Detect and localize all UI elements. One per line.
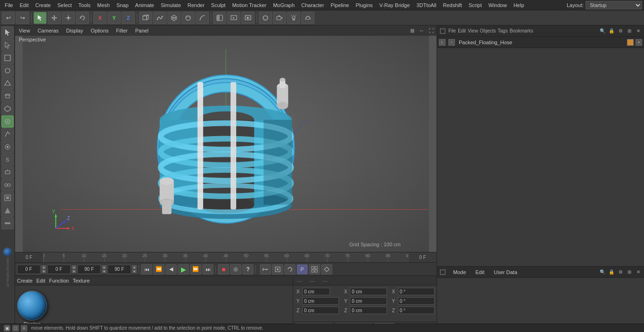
preview-end-up[interactable]: ▲ — [132, 265, 137, 269]
viewport[interactable]: View Cameras Display Options Filter Pane… — [15, 25, 437, 252]
menu-vray[interactable]: V-Ray Bridge — [377, 1, 413, 9]
left-tool-1[interactable] — [1, 26, 14, 39]
render-button[interactable] — [241, 12, 255, 24]
grid-button[interactable] — [309, 264, 320, 275]
select-tool-button[interactable] — [33, 12, 47, 24]
move-tool-button[interactable] — [48, 12, 61, 24]
transform-button[interactable] — [272, 264, 283, 275]
sweep-button[interactable] — [182, 12, 195, 24]
menu-create[interactable]: Create — [33, 1, 54, 9]
material-item[interactable]: Floating — [17, 291, 47, 327]
material-function-menu[interactable]: Function — [49, 278, 69, 283]
menu-redshift[interactable]: Redshift — [440, 1, 465, 9]
motion-button[interactable]: ◎ — [230, 264, 241, 275]
deformer-button[interactable] — [301, 12, 314, 24]
menu-character[interactable]: Character — [298, 1, 327, 9]
object-more-button[interactable]: • — [636, 39, 642, 46]
material-button[interactable] — [259, 12, 272, 24]
menu-motion-tracker[interactable]: Motion Tracker — [229, 1, 269, 9]
z-axis-button[interactable]: Z — [122, 12, 135, 24]
render-pv-button[interactable]: P — [297, 264, 308, 275]
keyframe-button[interactable] — [321, 264, 332, 275]
material-edit-menu[interactable]: Edit — [36, 278, 45, 283]
left-tool-12[interactable] — [1, 166, 14, 178]
left-tool-11[interactable]: S — [1, 154, 14, 166]
rot-z-field[interactable]: 0 ° — [398, 307, 435, 314]
left-tool-5[interactable] — [1, 77, 14, 89]
left-tool-2[interactable] — [1, 39, 14, 51]
frame-end-up[interactable]: ▲ — [102, 265, 107, 269]
menu-snap[interactable]: Snap — [114, 1, 132, 9]
timeline-ruler[interactable]: 051015202530354045505560657075808590 — [43, 252, 408, 262]
frame-start-up[interactable]: ▲ — [72, 265, 76, 269]
left-tool-4[interactable] — [1, 65, 14, 77]
left-tool-15[interactable] — [1, 204, 14, 217]
menu-3dtoall[interactable]: 3DTtoAll — [413, 1, 439, 9]
current-frame-field[interactable]: 0 F — [17, 265, 41, 274]
edit-menu-right[interactable]: Edit — [458, 28, 466, 33]
menu-help[interactable]: Help — [511, 1, 527, 9]
size-y-field[interactable]: 0 cm — [350, 297, 387, 305]
viewport-icon-link[interactable]: ↔ — [418, 27, 425, 34]
size-z-field[interactable]: 0 cm — [350, 307, 387, 314]
spline-button[interactable] — [196, 12, 209, 24]
undo-button[interactable]: ↩ — [2, 12, 15, 24]
search-icon[interactable]: 🔍 — [599, 27, 606, 35]
menu-sculpt[interactable]: Sculpt — [208, 1, 229, 9]
menu-simulate[interactable]: Simulate — [158, 1, 184, 9]
frame-up-arrow[interactable]: ▲ — [41, 265, 46, 269]
menu-file[interactable]: File — [2, 1, 16, 9]
pos-z-field[interactable]: 0 cm — [302, 307, 339, 314]
viewport-menu-cameras[interactable]: Cameras — [36, 27, 61, 34]
tags-menu-right[interactable]: Tags — [498, 28, 508, 33]
preview-end-down[interactable]: ▼ — [132, 269, 137, 273]
rot-y-field[interactable]: 0 ° — [398, 297, 435, 305]
status-icon-3[interactable]: × — [21, 325, 27, 332]
x-axis-button[interactable]: X — [93, 12, 107, 24]
frame-down-arrow[interactable]: ▼ — [41, 269, 46, 273]
view-menu-right[interactable]: View — [468, 28, 478, 33]
viewport-icon-expand[interactable]: ⊠ — [408, 27, 416, 34]
frame-end-down[interactable]: ▼ — [102, 269, 107, 273]
viewport-menu-options[interactable]: Options — [89, 27, 110, 34]
status-icon-1[interactable]: ▣ — [4, 325, 10, 332]
menu-mesh[interactable]: Mesh — [94, 1, 113, 9]
left-tool-3[interactable] — [1, 52, 14, 64]
viewport-menu-display[interactable]: Display — [64, 27, 85, 34]
snap-to-grid-button[interactable] — [260, 264, 271, 275]
rotation-mode-button[interactable] — [284, 264, 296, 275]
left-tool-9[interactable] — [1, 128, 14, 140]
attr-search-icon[interactable]: 🔍 — [599, 268, 606, 276]
close-right-icon[interactable]: ✕ — [635, 27, 642, 35]
attr-expand-icon[interactable]: ⊞ — [626, 268, 633, 276]
viewport-menu-view[interactable]: View — [17, 27, 32, 34]
record-button[interactable]: ⏺ — [218, 264, 229, 275]
go-to-end-button[interactable]: ⏭ — [202, 264, 214, 275]
frame-end-field[interactable]: 90 F — [77, 265, 101, 274]
left-tool-6[interactable] — [1, 90, 14, 102]
file-menu-right[interactable]: File — [448, 28, 456, 33]
expand-right-icon[interactable]: ⊞ — [626, 27, 633, 35]
mode-tab[interactable]: Mode — [450, 268, 469, 276]
rot-x-field[interactable]: 0 ° — [398, 288, 435, 295]
user-data-tab[interactable]: User Data — [491, 268, 520, 276]
frame-start-field[interactable]: 0 F — [47, 265, 71, 274]
menu-animate[interactable]: Animate — [132, 1, 157, 9]
left-tool-16[interactable] — [1, 217, 14, 229]
render-preview-button[interactable] — [227, 12, 240, 24]
redo-button[interactable]: ↪ — [16, 12, 29, 24]
left-tool-14[interactable] — [1, 192, 14, 204]
frame-preview-end-field[interactable]: 90 F — [107, 265, 131, 274]
layout-dropdown[interactable]: Startup — [586, 1, 642, 9]
curve-button[interactable] — [153, 12, 166, 24]
light-button[interactable] — [287, 12, 300, 24]
menu-mograph[interactable]: MoGraph — [270, 1, 297, 9]
menu-edit[interactable]: Edit — [17, 1, 32, 9]
bookmarks-menu-right[interactable]: Bookmarks — [510, 28, 533, 33]
extrude-button[interactable] — [167, 12, 181, 24]
menu-window[interactable]: Window — [486, 1, 510, 9]
go-to-start-button[interactable]: ⏮ — [141, 264, 152, 275]
help-button[interactable]: ? — [242, 264, 254, 275]
left-tool-7[interactable] — [1, 103, 14, 115]
material-create-menu[interactable]: Create — [17, 278, 33, 283]
